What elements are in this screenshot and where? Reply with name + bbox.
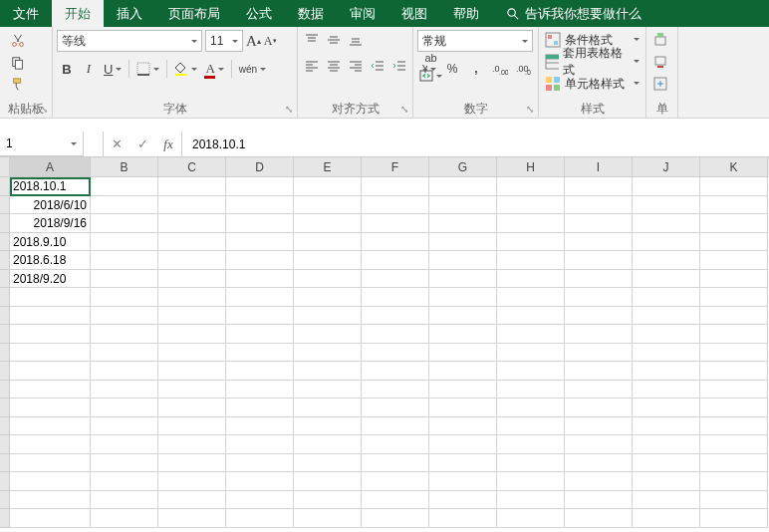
cell[interactable]	[700, 344, 768, 363]
cell[interactable]	[565, 307, 633, 326]
column-header-A[interactable]: A	[10, 157, 91, 177]
cell[interactable]	[429, 417, 497, 436]
cell[interactable]	[226, 307, 294, 326]
cell[interactable]	[158, 177, 226, 196]
cell[interactable]	[429, 251, 497, 270]
cell[interactable]	[362, 177, 429, 196]
cell[interactable]	[226, 491, 294, 510]
cell[interactable]	[226, 362, 294, 381]
cell[interactable]	[362, 196, 429, 215]
cell[interactable]	[429, 362, 497, 381]
cell[interactable]	[700, 417, 768, 436]
select-all-corner[interactable]	[0, 157, 10, 177]
cell[interactable]	[700, 325, 768, 344]
row-header[interactable]	[0, 399, 10, 417]
cell[interactable]	[226, 288, 294, 307]
menu-tab-1[interactable]: 开始	[52, 0, 104, 27]
column-header-C[interactable]: C	[158, 157, 226, 177]
cell[interactable]	[429, 381, 497, 399]
cell[interactable]	[10, 491, 91, 510]
cell[interactable]	[294, 288, 362, 307]
cell[interactable]	[429, 196, 497, 215]
cell[interactable]	[565, 325, 633, 344]
cell[interactable]	[700, 435, 768, 454]
cell[interactable]	[633, 177, 700, 196]
row-header[interactable]	[0, 491, 10, 510]
cell[interactable]	[429, 491, 497, 510]
cell[interactable]	[91, 454, 158, 473]
cell[interactable]	[294, 177, 362, 196]
cell[interactable]	[158, 454, 226, 473]
cell[interactable]	[362, 454, 429, 473]
menu-tab-2[interactable]: 插入	[104, 0, 155, 27]
menu-tab-4[interactable]: 公式	[233, 0, 285, 27]
cell[interactable]	[700, 307, 768, 326]
cell[interactable]	[158, 417, 226, 436]
row-header[interactable]	[0, 417, 10, 436]
cell[interactable]	[158, 214, 226, 233]
cell[interactable]	[362, 344, 429, 363]
cell[interactable]	[362, 472, 429, 491]
cell[interactable]	[158, 362, 226, 381]
cell[interactable]	[10, 509, 91, 528]
column-header-K[interactable]: K	[700, 157, 768, 177]
cell[interactable]	[294, 454, 362, 473]
cell[interactable]	[700, 288, 768, 307]
row-header[interactable]	[0, 325, 10, 344]
increase-decimal-button[interactable]: .0.00	[489, 58, 511, 80]
align-launcher[interactable]: ⤡	[400, 103, 408, 117]
insert-button[interactable]	[650, 30, 673, 50]
number-format-combo[interactable]: 常规	[417, 30, 533, 52]
cell[interactable]	[362, 509, 429, 528]
row-header[interactable]	[0, 233, 10, 252]
cell[interactable]	[362, 270, 429, 289]
border-button[interactable]	[133, 58, 162, 80]
cell[interactable]	[565, 196, 633, 215]
row-header[interactable]	[0, 177, 10, 196]
cell[interactable]	[497, 435, 565, 454]
cell[interactable]	[497, 196, 565, 215]
column-header-D[interactable]: D	[226, 157, 294, 177]
column-header-B[interactable]: B	[91, 157, 158, 177]
cell[interactable]	[497, 307, 565, 326]
cell[interactable]	[226, 417, 294, 436]
cell[interactable]	[362, 435, 429, 454]
cell[interactable]	[10, 362, 91, 381]
column-header-H[interactable]: H	[497, 157, 565, 177]
cell[interactable]	[226, 325, 294, 344]
cell-styles-button[interactable]: 单元格样式	[543, 74, 641, 94]
cell[interactable]	[700, 177, 768, 196]
cell[interactable]	[226, 472, 294, 491]
cell[interactable]	[158, 491, 226, 510]
cell[interactable]	[429, 435, 497, 454]
row-header[interactable]	[0, 270, 10, 289]
cell[interactable]	[633, 288, 700, 307]
cell[interactable]	[565, 214, 633, 233]
cell[interactable]	[362, 233, 429, 252]
font-size-combo[interactable]: 11	[205, 30, 243, 52]
cell[interactable]	[700, 196, 768, 215]
cell[interactable]	[294, 399, 362, 417]
cell[interactable]	[565, 399, 633, 417]
shrink-font-button[interactable]: A▾	[264, 34, 277, 49]
cell[interactable]	[633, 251, 700, 270]
cell[interactable]	[497, 251, 565, 270]
cell[interactable]: 2018.9.10	[10, 233, 91, 252]
menu-tab-8[interactable]: 帮助	[440, 0, 492, 27]
cell[interactable]	[226, 270, 294, 289]
cell[interactable]	[91, 417, 158, 436]
menu-tab-6[interactable]: 审阅	[337, 0, 388, 27]
italic-button[interactable]: I	[79, 58, 99, 80]
cell[interactable]	[700, 362, 768, 381]
cell[interactable]	[497, 325, 565, 344]
cell[interactable]	[226, 509, 294, 528]
row-header[interactable]	[0, 509, 10, 528]
align-left-button[interactable]	[302, 56, 322, 76]
decrease-decimal-button[interactable]: .00.0	[513, 58, 535, 80]
cell[interactable]	[226, 251, 294, 270]
clipboard-launcher[interactable]: ⤡	[40, 103, 48, 117]
cell[interactable]	[10, 381, 91, 399]
cell[interactable]	[10, 472, 91, 491]
cell[interactable]	[633, 270, 700, 289]
row-header[interactable]	[0, 307, 10, 326]
